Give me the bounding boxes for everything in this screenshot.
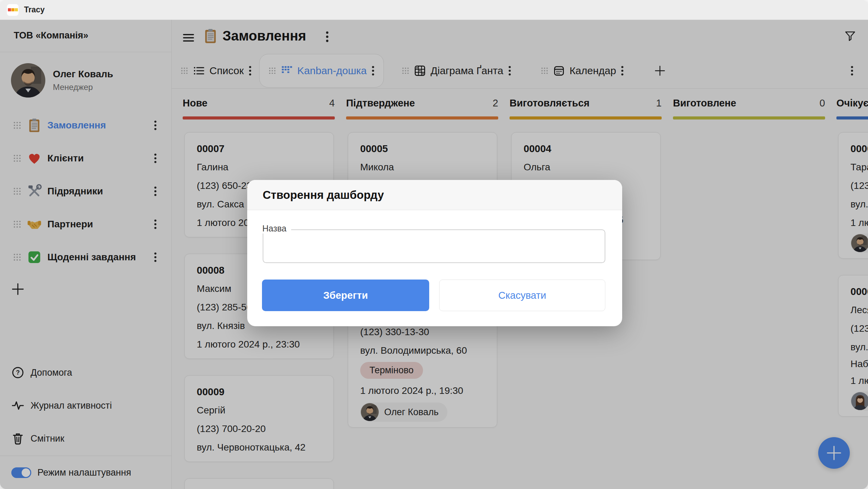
app-window: Tracy ТОВ «Компанія» Олег Коваль Менедже… xyxy=(0,0,868,489)
name-field-label: Назва xyxy=(258,224,291,234)
logo-square-orange xyxy=(11,8,14,11)
logo-square-yellow xyxy=(15,8,18,11)
modal-header: Створення дашборду xyxy=(247,180,622,210)
tracy-logo-icon xyxy=(7,4,19,16)
cancel-button[interactable]: Скасувати xyxy=(439,280,605,311)
create-dashboard-modal: Створення дашборду Назва Зберегти Скасув… xyxy=(247,180,622,326)
modal-title: Створення дашборду xyxy=(263,189,384,202)
save-button[interactable]: Зберегти xyxy=(262,280,429,311)
name-input[interactable] xyxy=(263,229,605,263)
logo-square-red xyxy=(8,8,11,11)
modal-body: Назва Зберегти Скасувати xyxy=(247,210,622,326)
titlebar: Tracy xyxy=(0,0,868,20)
app-title: Tracy xyxy=(24,5,45,14)
